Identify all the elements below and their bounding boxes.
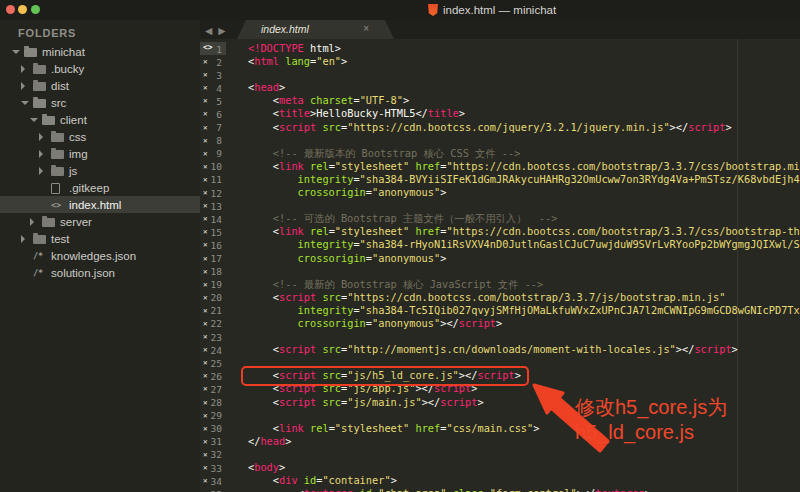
tab-nav-forward-icon[interactable]: ▶ bbox=[218, 25, 225, 36]
code-line-13[interactable]: ✕13 bbox=[200, 199, 800, 212]
page-file-icon bbox=[51, 183, 60, 194]
code-text: crossorigin="anonymous"> bbox=[248, 186, 446, 199]
chevron-right-icon[interactable] bbox=[21, 235, 25, 243]
tree-item-index.html[interactable]: <>index.html bbox=[0, 196, 200, 213]
folder-icon bbox=[51, 167, 64, 176]
tree-item-test[interactable]: test bbox=[0, 230, 200, 247]
code-line-23[interactable]: ✕23 bbox=[200, 330, 800, 343]
gutter: ✕3 bbox=[200, 68, 226, 81]
code-text: <!DOCTYPE html> bbox=[248, 42, 341, 55]
tree-item-css[interactable]: css bbox=[0, 128, 200, 145]
chevron-down-icon[interactable] bbox=[21, 101, 29, 105]
tree-item-js[interactable]: js bbox=[0, 162, 200, 179]
code-line-11[interactable]: ✕11 integrity="sha384-BVYiiSIFeK1dGmJRAk… bbox=[200, 173, 800, 186]
code-line-34[interactable]: ✕34 <div id="container"> bbox=[200, 474, 800, 487]
code-line-10[interactable]: ✕10 <link rel="stylesheet" href="https:/… bbox=[200, 160, 800, 173]
code-line-2[interactable]: ✕2<html lang="en"> bbox=[200, 55, 800, 68]
tree-item-label: knowledges.json bbox=[51, 250, 136, 262]
app-window: { "window": { "title": "index.html — min… bbox=[0, 0, 800, 492]
tree-item-label: client bbox=[60, 114, 87, 126]
code-line-20[interactable]: ✕20 <script src="https://cdn.bootcss.com… bbox=[200, 291, 800, 304]
code-line-17[interactable]: ✕17 crossorigin="anonymous"> bbox=[200, 252, 800, 265]
code-line-14[interactable]: ✕14 <!-- 可选的 Bootstrap 主题文件（一般不用引入） --> bbox=[200, 212, 800, 225]
chevron-down-icon[interactable] bbox=[12, 50, 20, 54]
code-line-4[interactable]: ✕4<head> bbox=[200, 81, 800, 94]
gutter: ✕27 bbox=[200, 382, 226, 395]
tree-item-.bucky[interactable]: .bucky bbox=[0, 60, 200, 77]
code-line-8[interactable]: ✕8 bbox=[200, 134, 800, 147]
code-line-12[interactable]: ✕12 crossorigin="anonymous"> bbox=[200, 186, 800, 199]
folder-icon bbox=[33, 65, 46, 74]
chevron-right-icon[interactable] bbox=[21, 65, 25, 73]
tab-bar: ◀ ▶ index.html × bbox=[200, 20, 800, 39]
code-editor[interactable]: <>1<!DOCTYPE html>✕2<html lang="en">✕3✕4… bbox=[200, 39, 800, 492]
code-line-1[interactable]: <>1<!DOCTYPE html> bbox=[200, 42, 800, 55]
line-number: 24 bbox=[200, 345, 222, 356]
tab-nav-back-icon[interactable]: ◀ bbox=[205, 25, 212, 36]
gutter: ✕16 bbox=[200, 238, 226, 251]
gutter: ✕18 bbox=[200, 265, 226, 278]
chevron-right-icon[interactable] bbox=[30, 218, 34, 226]
code-line-16[interactable]: ✕16 integrity="sha384-rHyoN1iRsVXV4nD0Ju… bbox=[200, 238, 800, 251]
code-line-18[interactable]: ✕18 bbox=[200, 265, 800, 278]
gutter: ✕14 bbox=[200, 212, 226, 225]
html-document-icon bbox=[428, 4, 438, 16]
minimize-window-button[interactable] bbox=[18, 5, 27, 14]
line-number: 34 bbox=[200, 476, 222, 487]
code-text: <html lang="en"> bbox=[248, 55, 347, 68]
tree-item-src[interactable]: src bbox=[0, 94, 200, 111]
code-line-3[interactable]: ✕3 bbox=[200, 68, 800, 81]
code-text: <link rel="stylesheet" href="https://cdn… bbox=[248, 225, 800, 238]
code-line-5[interactable]: ✕5 <meta charset="UTF-8"> bbox=[200, 94, 800, 107]
code-line-29[interactable]: ✕29 bbox=[200, 409, 800, 422]
tree-item-knowledges.json[interactable]: /*knowledges.json bbox=[0, 247, 200, 264]
code-line-35[interactable]: ✕35 <textarea id="chat-area" class="form… bbox=[200, 487, 800, 492]
code-line-7[interactable]: ✕7 <script src="https://cdn.bootcss.com/… bbox=[200, 121, 800, 134]
close-window-button[interactable] bbox=[6, 5, 15, 14]
tree-item-solution.json[interactable]: /*solution.json bbox=[0, 264, 200, 281]
code-line-22[interactable]: ✕22 crossorigin="anonymous"></script> bbox=[200, 317, 800, 330]
line-number: 13 bbox=[200, 201, 222, 212]
gutter: ✕32 bbox=[200, 448, 226, 461]
tab-index-html[interactable]: index.html × bbox=[237, 20, 394, 39]
tree-item-client[interactable]: client bbox=[0, 111, 200, 128]
tree-item-label: dist bbox=[51, 80, 69, 92]
gutter: ✕22 bbox=[200, 317, 226, 330]
chevron-right-icon[interactable] bbox=[21, 82, 25, 90]
tree-item-server[interactable]: server bbox=[0, 213, 200, 230]
code-line-21[interactable]: ✕21 integrity="sha384-Tc5IQib027qvyjSMfH… bbox=[200, 304, 800, 317]
code-text: <title>HelloBucky-HTML5</title> bbox=[248, 107, 465, 120]
chevron-right-icon[interactable] bbox=[39, 150, 43, 158]
code-line-6[interactable]: ✕6 <title>HelloBucky-HTML5</title> bbox=[200, 107, 800, 120]
gutter: ✕31 bbox=[200, 435, 226, 448]
code-line-26[interactable]: ✕26 <script src="js/h5_ld_core.js"></scr… bbox=[200, 369, 800, 382]
gutter: <>1 bbox=[200, 42, 226, 55]
code-line-31[interactable]: ✕31</head> bbox=[200, 435, 800, 448]
code-text: <head> bbox=[248, 81, 285, 94]
tab-close-icon[interactable]: × bbox=[363, 23, 369, 34]
line-number: 15 bbox=[200, 227, 222, 238]
line-number: 2 bbox=[200, 57, 222, 68]
gutter: ✕28 bbox=[200, 396, 226, 409]
tree-item-minichat[interactable]: minichat bbox=[0, 43, 200, 60]
chevron-down-icon[interactable] bbox=[30, 118, 38, 122]
folder-icon bbox=[42, 218, 55, 227]
line-number: 29 bbox=[200, 410, 222, 421]
tree-item-.gitkeep[interactable]: .gitkeep bbox=[0, 179, 200, 196]
code-line-33[interactable]: ✕33<body> bbox=[200, 461, 800, 474]
code-line-15[interactable]: ✕15 <link rel="stylesheet" href="https:/… bbox=[200, 225, 800, 238]
tree-item-dist[interactable]: dist bbox=[0, 77, 200, 94]
code-line-19[interactable]: ✕19 <!-- 最新的 Bootstrap 核心 JavaScript 文件 … bbox=[200, 278, 800, 291]
code-line-9[interactable]: ✕9 <!-- 最新版本的 Bootstrap 核心 CSS 文件 --> bbox=[200, 147, 800, 160]
tree-item-img[interactable]: img bbox=[0, 145, 200, 162]
code-line-28[interactable]: ✕28 <script src="js/main.js"></script> bbox=[200, 396, 800, 409]
code-line-30[interactable]: ✕30 <link rel="stylesheet" href="css/mai… bbox=[200, 422, 800, 435]
gutter: ✕15 bbox=[200, 225, 226, 238]
chevron-right-icon[interactable] bbox=[39, 133, 43, 141]
gutter: ✕10 bbox=[200, 160, 226, 173]
sidebar: FOLDERS minichat.buckydistsrcclientcssim… bbox=[0, 20, 200, 492]
zoom-window-button[interactable] bbox=[31, 5, 40, 14]
chevron-right-icon[interactable] bbox=[39, 167, 43, 175]
code-line-32[interactable]: ✕32 bbox=[200, 448, 800, 461]
code-line-24[interactable]: ✕24 <script src="http://momentjs.cn/down… bbox=[200, 343, 800, 356]
